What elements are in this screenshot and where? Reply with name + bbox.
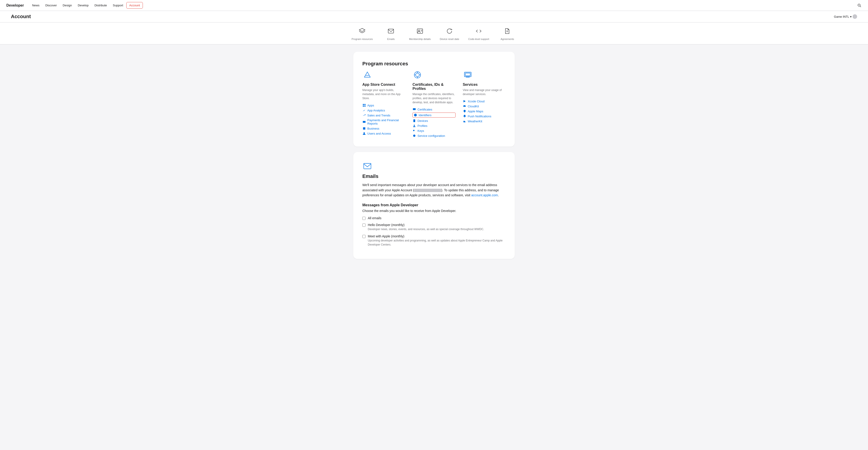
link-xcode-cloud[interactable]: Xcode Cloud: [463, 100, 506, 103]
weather-icon: [463, 119, 466, 123]
icon-nav-device-reset[interactable]: Device reset date: [440, 26, 459, 40]
services-icon: [463, 70, 473, 80]
checkbox-hello-label: Hello Developer (monthly): [368, 223, 484, 227]
link-business[interactable]: Business: [362, 126, 405, 130]
checkbox-all-emails-label-wrap: All emails: [368, 216, 381, 220]
link-sales-trends[interactable]: Sales and Trends: [362, 113, 405, 117]
checkbox-meet-label: Meet with Apple (monthly): [368, 234, 506, 238]
icon-nav-membership[interactable]: Membership details: [409, 26, 431, 40]
email-icon: [386, 26, 396, 36]
checkbox-hello-developer-input[interactable]: [362, 224, 366, 227]
avatar: [852, 14, 857, 19]
checkbox-meet-sublabel: Upcoming developer activities and progra…: [368, 238, 506, 247]
building-icon: [362, 126, 366, 130]
account-apple-link[interactable]: account.apple.com: [471, 193, 498, 197]
messages-title: Messages from Apple Developer: [362, 203, 506, 207]
resource-services: Services View and manage your usage of d…: [463, 70, 506, 138]
svg-point-37: [413, 130, 414, 131]
nav-distribute[interactable]: Distribute: [92, 2, 110, 8]
checkbox-meet-apple-input[interactable]: [362, 235, 366, 238]
checkbox-meet-apple-label-wrap: Meet with Apple (monthly) Upcoming devel…: [368, 234, 506, 247]
svg-point-36: [414, 125, 415, 126]
grid-icon: [362, 104, 366, 107]
svg-rect-43: [465, 73, 470, 76]
payments-icon: [362, 120, 366, 124]
link-payments[interactable]: Payments and Financial Reports: [362, 118, 405, 125]
icon-nav-label-agreements: Agreements: [501, 37, 514, 40]
icon-nav-label-emails: Emails: [387, 37, 395, 40]
svg-rect-19: [364, 129, 365, 130]
certificates-links: Certificates Identifiers Devices: [412, 108, 455, 138]
svg-rect-12: [364, 104, 366, 105]
checkbox-meet-apple: Meet with Apple (monthly) Upcoming devel…: [362, 234, 506, 247]
bell-icon: [463, 114, 466, 118]
certificates-icon: [412, 70, 423, 80]
link-service-config[interactable]: Service configuration: [412, 134, 455, 138]
search-button[interactable]: [856, 2, 863, 9]
link-certificates[interactable]: Certificates: [412, 108, 455, 111]
checkbox-all-emails-input[interactable]: [362, 217, 366, 220]
icon-nav-label-program-resources: Program resources: [352, 37, 373, 40]
program-resources-card: Program resources App Store Connect Mana…: [353, 52, 515, 147]
svg-rect-14: [364, 106, 366, 107]
emails-heading: Emails: [362, 173, 506, 179]
app-store-connect-icon: [362, 70, 372, 80]
icon-navigation-bar: Program resources Emails Membership deta…: [0, 23, 868, 45]
icon-nav-agreements[interactable]: Agreements: [498, 26, 516, 40]
link-apple-maps[interactable]: Apple Maps: [463, 109, 506, 113]
link-keys[interactable]: Keys: [412, 129, 455, 133]
icon-nav-program-resources[interactable]: Program resources: [352, 26, 373, 40]
top-navigation: Developer News Discover Design Develop D…: [0, 0, 868, 11]
chart-icon: [362, 109, 366, 112]
certificate-icon: [412, 108, 416, 111]
link-users-access[interactable]: Users and Access: [362, 132, 405, 135]
app-store-connect-desc: Manage your app's builds, metadata, and …: [362, 88, 405, 100]
checkbox-hello-developer: Hello Developer (monthly) Developer news…: [362, 223, 506, 231]
icon-nav-label-membership: Membership details: [409, 37, 431, 40]
nav-support[interactable]: Support: [110, 2, 126, 8]
nav-develop[interactable]: Develop: [75, 2, 91, 8]
person-icon: [362, 132, 366, 135]
link-cloudkit[interactable]: CloudKit: [463, 104, 506, 108]
checkbox-hello-sublabel: Developer news, stories, events, and res…: [368, 227, 484, 231]
logo[interactable]: Developer: [5, 3, 24, 7]
device-icon: [412, 119, 416, 122]
icon-nav-label-code-support: Code-level support: [468, 37, 489, 40]
icon-nav-emails[interactable]: Emails: [382, 26, 400, 40]
resources-grid: App Store Connect Manage your app's buil…: [362, 70, 506, 138]
refresh-icon: [444, 26, 455, 36]
svg-rect-15: [363, 121, 366, 123]
logo-text: Developer: [6, 3, 24, 7]
svg-point-41: [414, 135, 415, 136]
nav-news[interactable]: News: [29, 2, 42, 8]
account-team-selector[interactable]: Game INTL ▾: [834, 14, 857, 19]
services-links: Xcode Cloud CloudKit Apple Maps: [463, 100, 506, 123]
xcode-icon: [463, 100, 466, 103]
link-devices[interactable]: Devices: [412, 119, 455, 122]
email-blurred: [414, 189, 441, 192]
link-push-notifications[interactable]: Push Notifications: [463, 114, 506, 118]
identifier-icon: [413, 113, 417, 117]
main-content: Program resources App Store Connect Mana…: [348, 45, 520, 278]
link-weatherkit[interactable]: WeatherKit: [463, 119, 506, 123]
svg-point-33: [415, 115, 416, 115]
nav-design[interactable]: Design: [60, 2, 74, 8]
link-app-analytics[interactable]: App Analytics: [362, 109, 405, 112]
svg-rect-18: [364, 129, 364, 130]
messages-desc: Choose the emails you would like to rece…: [362, 209, 506, 213]
app-store-connect-heading: App Store Connect: [362, 83, 405, 87]
services-heading: Services: [463, 83, 506, 87]
nav-discover[interactable]: Discover: [43, 2, 60, 8]
link-apps[interactable]: Apps: [362, 104, 405, 107]
link-profiles[interactable]: Profiles: [412, 124, 455, 128]
link-identifiers[interactable]: Identifiers: [412, 113, 455, 117]
svg-point-21: [364, 132, 365, 134]
icon-nav-code-support[interactable]: Code-level support: [468, 26, 489, 40]
document-icon: [502, 26, 512, 36]
chevron-down-icon: ▾: [850, 15, 852, 18]
key-icon: [412, 129, 416, 133]
nav-account[interactable]: Account: [126, 2, 143, 9]
svg-line-1: [860, 6, 861, 7]
page-title: Account: [11, 13, 31, 20]
svg-rect-3: [388, 29, 394, 33]
